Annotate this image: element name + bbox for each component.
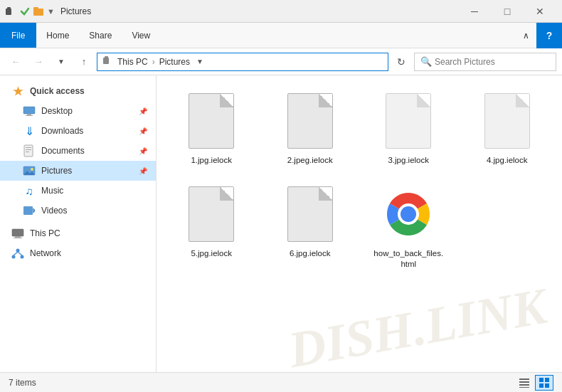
menu-view[interactable]: View [122,23,160,48]
sidebar-item-thispc[interactable]: This PC [0,223,156,243]
chrome-file-icon [384,190,433,238]
svg-rect-20 [14,238,22,238]
svg-line-25 [18,252,22,255]
file-icon-4 [479,90,536,152]
music-icon: ♫ [23,184,36,197]
address-bar: ← → ▼ ↑ This PC › Pictures ▼ ↻ 🔍 [0,48,562,75]
svg-rect-30 [519,384,529,386]
sidebar-music-label: Music [41,186,63,196]
file-item-6[interactable]: 6.jpg.ielock [264,177,357,275]
svg-rect-32 [539,378,544,382]
maximize-button[interactable]: □ [491,0,524,23]
svg-point-22 [12,255,16,259]
downloads-icon: ⇓ [23,125,36,137]
svg-rect-8 [26,115,33,116]
svg-rect-28 [519,378,529,380]
sidebar-item-videos[interactable]: Videos [0,201,156,221]
list-view-button[interactable] [515,375,534,391]
svg-point-27 [401,206,416,222]
item-count: 7 items [9,378,36,388]
sidebar-item-pictures[interactable]: Pictures 📌 [0,161,156,181]
svg-point-21 [16,249,20,253]
file-item-3[interactable]: 3.jpg.ielock [362,84,455,171]
forward-button[interactable]: → [28,52,48,72]
svg-rect-34 [539,383,544,388]
icon-view-button[interactable] [535,375,553,391]
sidebar-item-music[interactable]: ♫ Music [0,181,156,201]
videos-icon [23,204,36,217]
back-button[interactable]: ← [6,52,26,72]
address-path[interactable]: This PC › Pictures ▼ [97,53,388,71]
path-icon [103,56,115,67]
locked-file-icon-1 [189,93,234,149]
search-icon: 🔍 [420,56,432,67]
svg-rect-16 [23,206,33,215]
sidebar-item-desktop[interactable]: Desktop 📌 [0,101,156,121]
close-button[interactable]: ✕ [524,0,556,23]
svg-marker-17 [33,208,35,213]
svg-rect-31 [519,387,529,388]
main-layout: ★ Quick access Desktop 📌 ⇓ Downloads 📌 D… [0,75,562,372]
file-item-1[interactable]: 1.jpg.ielock [165,84,258,171]
sidebar-item-quickaccess[interactable]: ★ Quick access [0,81,156,101]
path-sep1: › [152,57,155,67]
file-name-2: 2.jpeg.ielock [287,155,333,166]
file-name-1: 1.jpg.ielock [191,155,232,166]
path-thispc: This PC [117,57,148,67]
svg-rect-7 [27,114,31,115]
locked-file-icon-6 [287,186,333,242]
file-icon-2 [282,90,339,152]
file-item-5[interactable]: 5.jpg.ielock [165,177,258,275]
sidebar-item-downloads[interactable]: ⇓ Downloads 📌 [0,121,156,141]
sidebar-downloads-label: Downloads [41,126,83,136]
sidebar-pictures-label: Pictures [41,166,72,176]
file-icon-1 [183,90,240,152]
minimize-button[interactable]: ─ [458,0,491,23]
svg-rect-5 [105,56,108,58]
menu-file[interactable]: File [0,23,36,48]
file-name-3: 3.jpg.ielock [388,155,429,166]
help-button[interactable]: ? [536,23,562,48]
refresh-button[interactable]: ↻ [391,52,411,72]
file-icon-5 [183,183,240,245]
pin-icon-downloads: 📌 [139,127,147,135]
file-item-4[interactable]: 4.jpg.ielock [461,84,554,171]
menu-home[interactable]: Home [36,23,79,48]
file-item-2[interactable]: 2.jpeg.ielock [264,84,357,171]
content-area: DISH.LINK 1.jpg.ielock 2.jpeg.ielock 3.j… [157,75,562,372]
search-input[interactable] [435,57,550,67]
path-pictures: Pictures [159,57,190,67]
sidebar-network-label: Network [30,248,61,258]
pin-icon-documents: 📌 [139,147,147,155]
menu-share[interactable]: Share [79,23,122,48]
sidebar-quickaccess-label: Quick access [30,86,85,96]
locked-file-icon-3 [386,93,431,149]
path-dropdown-btn[interactable]: ▼ [193,55,207,69]
svg-rect-33 [545,378,549,382]
chrome-svg [384,190,433,238]
sidebar-item-network[interactable]: Network [0,243,156,263]
sidebar-desktop-label: Desktop [41,106,73,116]
svg-rect-4 [103,58,109,64]
menu-collapse-chevron[interactable]: ∧ [516,23,536,48]
star-icon: ★ [11,85,24,97]
up-button[interactable]: ↑ [74,52,94,72]
dropdown-history-button[interactable]: ▼ [51,52,71,72]
file-icon-6 [282,183,339,245]
file-name-5: 5.jpg.ielock [191,248,232,259]
svg-rect-0 [6,9,11,15]
file-item-7[interactable]: how_to_back_files.html [362,177,455,275]
locked-file-icon-5 [189,186,234,242]
watermark: DISH.LINK [284,277,551,372]
sidebar-videos-label: Videos [41,206,67,216]
svg-rect-11 [26,149,31,150]
sidebar-item-documents[interactable]: Documents 📌 [0,141,156,161]
svg-rect-35 [545,383,549,388]
search-box[interactable]: 🔍 [414,53,556,71]
file-name-7: how_to_back_files.html [373,248,444,270]
menu-bar: File Home Share View ∧ ? [0,23,562,48]
sidebar-documents-label: Documents [41,146,85,156]
titlebar-folder-icon2 [33,6,44,17]
file-icon-7 [380,183,437,245]
pictures-icon [23,164,36,177]
